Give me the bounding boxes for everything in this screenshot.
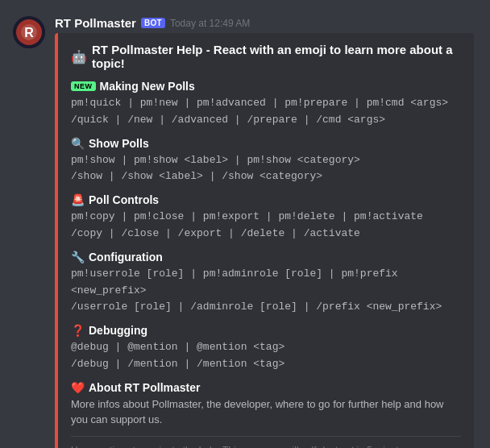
section-header-about: ❤️ About RT Pollmaster bbox=[71, 381, 461, 394]
section-title-poll-controls: Poll Controls bbox=[89, 193, 159, 206]
timestamp: Today at 12:49 AM bbox=[170, 18, 250, 29]
divider bbox=[71, 436, 461, 437]
embed: 🤖 RT Pollmaster Help - React with an emo… bbox=[55, 33, 474, 448]
poll-controls-emoji: 🚨 bbox=[71, 193, 85, 206]
title-emoji: 🤖 bbox=[71, 49, 87, 64]
section-debugging: ❓ Debugging @debug | @mention | @mention… bbox=[71, 324, 461, 373]
show-polls-emoji: 🔍 bbox=[71, 137, 85, 150]
bot-badge: BOT bbox=[141, 18, 165, 28]
section-commands-configuration: pm!userrole [role] | pm!adminrole [role]… bbox=[71, 266, 461, 316]
section-commands-debugging: @debug | @mention | @mention <tag> /debu… bbox=[71, 339, 461, 373]
section-header-making-new-polls: NEW Making New Polls bbox=[71, 80, 461, 93]
section-commands-making-new-polls: pm!quick | pm!new | pm!advanced | pm!pre… bbox=[71, 95, 461, 129]
section-show-polls: 🔍 Show Polls pm!show | pm!show <label> |… bbox=[71, 137, 461, 186]
section-title-configuration: Configuration bbox=[89, 251, 163, 263]
section-header-poll-controls: 🚨 Poll Controls bbox=[71, 193, 461, 206]
svg-text:R: R bbox=[24, 26, 34, 39]
section-header-show-polls: 🔍 Show Polls bbox=[71, 137, 461, 150]
avatar: R bbox=[13, 16, 45, 48]
embed-title-text: RT Pollmaster Help - React with an emoji… bbox=[92, 43, 461, 70]
section-title-debugging: Debugging bbox=[89, 324, 147, 337]
message-header: RT Pollmaster BOT Today at 12:49 AM bbox=[55, 16, 477, 30]
section-poll-controls: 🚨 Poll Controls pm!copy | pm!close | pm!… bbox=[71, 193, 461, 243]
about-emoji: ❤️ bbox=[71, 381, 85, 394]
section-header-debugging: ❓ Debugging bbox=[71, 324, 461, 337]
embed-title: 🤖 RT Pollmaster Help - React with an emo… bbox=[71, 43, 461, 70]
section-configuration: 🔧 Configuration pm!userrole [role] | pm!… bbox=[71, 251, 461, 316]
message-container: R RT Pollmaster BOT Today at 12:49 AM 🤖 … bbox=[0, 10, 490, 448]
section-title-making-new-polls: Making New Polls bbox=[100, 80, 195, 93]
section-about: ❤️ About RT Pollmaster More infos about … bbox=[71, 381, 461, 428]
section-commands-poll-controls: pm!copy | pm!close | pm!export | pm!dele… bbox=[71, 209, 461, 243]
section-commands-show-polls: pm!show | pm!show <label> | pm!show <cat… bbox=[71, 152, 461, 186]
configuration-emoji: 🔧 bbox=[71, 251, 85, 263]
section-header-configuration: 🔧 Configuration bbox=[71, 251, 461, 263]
debugging-emoji: ❓ bbox=[71, 324, 85, 337]
section-title-about: About RT Pollmaster bbox=[89, 381, 200, 394]
username: RT Pollmaster bbox=[55, 16, 136, 30]
message-body: RT Pollmaster BOT Today at 12:49 AM 🤖 RT… bbox=[55, 16, 477, 448]
section-making-new-polls: NEW Making New Polls pm!quick | pm!new |… bbox=[71, 80, 461, 129]
section-description-about: More infos about Pollmaster, the develop… bbox=[71, 396, 461, 428]
embed-footer: Use reactions to navigate the help. This… bbox=[71, 445, 461, 448]
section-title-show-polls: Show Polls bbox=[89, 137, 149, 150]
badge-new: NEW bbox=[71, 81, 96, 91]
